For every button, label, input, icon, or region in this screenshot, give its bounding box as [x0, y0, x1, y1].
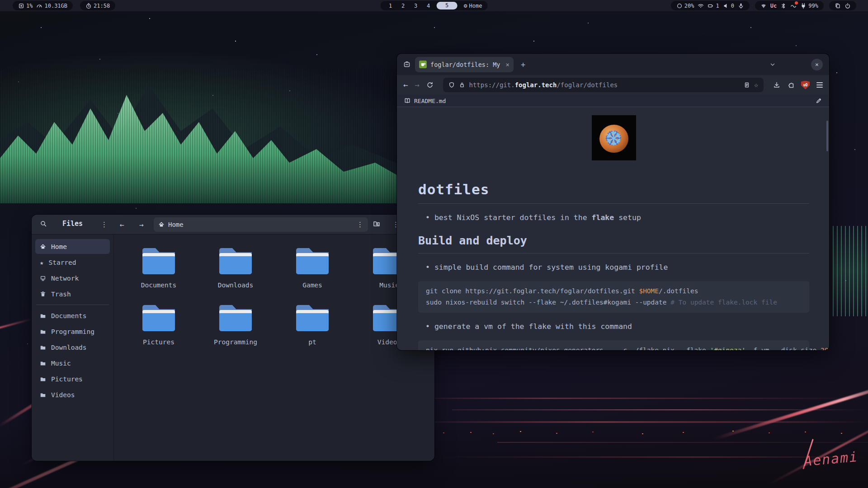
sidebar-item-videos[interactable]: Videos [35, 387, 110, 402]
workspace-2[interactable]: 2 [399, 3, 408, 9]
workspace-5-active[interactable]: 5 [437, 2, 458, 9]
power-button[interactable] [844, 3, 851, 9]
clipboard-button[interactable] [835, 3, 841, 9]
workspace-1[interactable]: 1 [386, 3, 395, 9]
nixos-logo-image: ❆ ❆ [592, 115, 636, 160]
controls-pill: 20% 1 0 [671, 1, 750, 10]
microphone-indicator[interactable] [738, 3, 744, 9]
folder-search-icon [373, 220, 380, 227]
clock: 21:58 [85, 3, 110, 9]
layout-mode[interactable]: ⚙ Home [464, 2, 482, 9]
reader-mode-icon[interactable] [744, 82, 750, 88]
folder-icon [296, 305, 329, 331]
aurora-pixel-texture [0, 68, 407, 203]
firefox-view-icon[interactable] [403, 61, 410, 68]
sidebar-item-documents[interactable]: Documents [35, 308, 110, 323]
wifi-indicator[interactable] [698, 3, 704, 9]
folder-icon [40, 392, 46, 398]
back-button[interactable]: ← [120, 221, 124, 229]
sidebar-item-home[interactable]: Home [35, 239, 110, 254]
network-icon [40, 275, 46, 282]
downloads-icon[interactable] [773, 81, 780, 89]
tray-app-uc[interactable]: Uc [770, 3, 777, 9]
folder-icon [40, 376, 46, 382]
nav-forward-button[interactable]: → [415, 80, 419, 89]
power-icon [844, 3, 851, 9]
nav-back-button[interactable]: ← [403, 80, 408, 89]
readme-section-title: Build and deploy [418, 234, 809, 247]
clock-pill: 21:58 [80, 1, 115, 10]
path-menu-button[interactable]: ⋮ [357, 221, 363, 229]
tray-notify[interactable] [790, 3, 797, 9]
battery-indicator[interactable]: 99% [800, 3, 818, 9]
folder-item-pictures[interactable]: Pictures [120, 305, 197, 346]
home-icon [158, 221, 165, 228]
workspaces-pill: 1 2 3 4 5 ⚙ Home [381, 1, 488, 10]
folder-item-pt[interactable]: pt [274, 305, 351, 346]
glitch-line [407, 398, 868, 399]
folder-icon [40, 344, 46, 351]
files-headerbar: Files ⋮ ← → Home ⋮ ⋮ [32, 215, 434, 235]
list-tabs-chevron-icon[interactable] [769, 61, 776, 68]
folder-icon [296, 248, 329, 274]
browser-window: foglar/dotfiles: My × + × ← → https://gi… [397, 54, 829, 350]
new-tab-button[interactable]: + [521, 60, 525, 69]
volume-indicator[interactable]: 0 [723, 3, 734, 9]
divider [418, 253, 809, 253]
menu-hamburger-icon[interactable] [816, 82, 823, 88]
sidebar-item-trash[interactable]: Trash [35, 286, 110, 301]
sidebar-item-pictures[interactable]: Pictures [35, 371, 110, 386]
breadcrumb: Home [168, 221, 184, 228]
ublock-origin-icon[interactable]: uO [801, 81, 810, 89]
scrollbar-thumb[interactable] [826, 121, 828, 151]
aurora-right-fragment [833, 226, 868, 316]
browser-tab[interactable]: foglar/dotfiles: My × [415, 57, 514, 72]
tracking-shield-icon[interactable] [448, 82, 455, 88]
tab-close-icon[interactable]: × [506, 61, 509, 68]
clock-icon [85, 3, 92, 9]
url-bar[interactable]: https://git.foglar.tech/foglar/dotfiles … [443, 78, 764, 92]
system-stats-pill: 1% 10.31GB [13, 1, 73, 10]
device-battery[interactable]: 1 [708, 3, 719, 9]
readme-header: README.md [397, 95, 829, 107]
small-battery-icon [708, 3, 714, 9]
folder-item-documents[interactable]: Documents [120, 248, 197, 289]
book-icon [404, 98, 410, 104]
folder-item-programming[interactable]: Programming [197, 305, 274, 346]
folder-item-downloads[interactable]: Downloads [197, 248, 274, 289]
path-bar[interactable]: Home ⋮ [154, 217, 368, 232]
bluetooth-icon [780, 3, 787, 9]
cpu-icon [18, 3, 24, 9]
tray-pill: Uc 99% [755, 1, 824, 10]
forward-button[interactable]: → [139, 221, 144, 229]
brightness-icon [676, 3, 683, 9]
folder-icon [219, 305, 252, 331]
tray-bluetooth[interactable] [780, 3, 787, 9]
sidebar-item-downloads[interactable]: Downloads [35, 340, 110, 355]
window-close-button[interactable]: × [811, 59, 823, 70]
microphone-icon [738, 3, 744, 9]
speaker-icon [723, 3, 729, 9]
workspace-4[interactable]: 4 [424, 3, 433, 9]
tray-network[interactable] [760, 3, 767, 9]
sidebar-item-music[interactable]: Music [35, 356, 110, 371]
workspace-3[interactable]: 3 [411, 3, 420, 9]
reload-icon[interactable] [426, 81, 434, 89]
search-button[interactable] [40, 220, 47, 227]
star-icon: ★ [40, 259, 43, 266]
sidebar-item-programming[interactable]: Programming [35, 324, 110, 339]
folder-icon [40, 360, 46, 366]
extensions-puzzle-icon[interactable] [787, 81, 794, 89]
brightness-indicator[interactable]: 20% [676, 3, 694, 9]
bookmark-star-icon[interactable]: ☆ [754, 81, 758, 89]
sidebar-item-network[interactable]: Network [35, 271, 110, 286]
edit-pencil-icon[interactable] [816, 98, 822, 104]
readme-bullet-build: simple build command for system using ko… [418, 263, 809, 272]
folder-item-games[interactable]: Games [274, 248, 351, 289]
sidebar-item-starred[interactable]: ★ Starred [35, 255, 110, 270]
app-menu-button[interactable]: ⋮ [101, 221, 108, 229]
notification-dot [795, 1, 798, 5]
app-title: Files [62, 220, 83, 228]
trash-icon [40, 291, 46, 297]
search-in-folder-button[interactable] [373, 220, 380, 227]
